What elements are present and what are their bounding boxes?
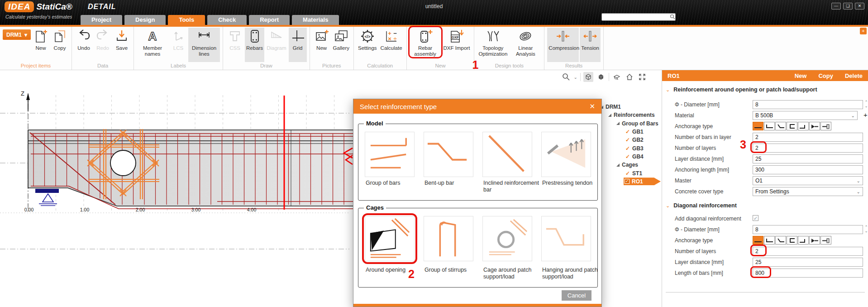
delete-reinforcement-button[interactable]: Delete [845,72,863,79]
wireframe-view-button[interactable] [583,72,593,82]
checkbox-checked-icon[interactable]: ✓ [625,129,630,135]
card-inclined-bar[interactable] [482,132,532,177]
compression-button[interactable]: Compression [547,28,579,62]
tab-report[interactable]: Report [249,15,290,25]
number-of-layers-input[interactable] [753,144,863,153]
add-diagonal-checkbox[interactable]: ✓ [753,215,758,221]
anchorage-welded-plate-button[interactable] [809,122,820,130]
anchoring-length-input[interactable] [753,165,863,174]
anchorage-welded-plate-button[interactable] [809,236,820,245]
tension-button[interactable]: Tension [580,28,601,62]
cancel-button[interactable]: Cancel [562,290,591,301]
copy-reinforcement-button[interactable]: Copy [818,72,833,79]
material-select[interactable]: B 500B ⌄ [753,111,858,120]
tree-expander-icon[interactable] [608,114,611,117]
anchorage-loop-button[interactable] [787,236,797,245]
bars-in-layer-input[interactable] [753,133,863,142]
anchorage-foot-button[interactable] [798,122,809,130]
section-view-button[interactable] [612,72,622,82]
concrete-cover-select[interactable]: From Settings ⌄ [753,187,863,196]
bar-length-input[interactable] [753,269,863,278]
card-hanging-around-patch[interactable] [541,216,591,261]
tree-item-group-of-bars[interactable]: Group of Bars [622,120,658,127]
card-bent-up-bar[interactable] [424,132,473,177]
opening-circle[interactable] [110,150,136,176]
grid-button[interactable]: Grid [289,28,307,62]
anchorage-straight-button[interactable] [753,122,763,130]
restore-button[interactable]: ❏ [843,3,853,10]
tree-expander-icon[interactable] [616,163,620,167]
add-material-button[interactable]: + [863,111,868,119]
close-button[interactable]: ✕ [855,3,864,10]
card-cage-around-patch[interactable] [482,216,532,261]
dialog-title-bar[interactable]: Select reinforcement type ✕ [353,99,601,114]
tree-expander-icon[interactable] [616,122,620,125]
layer-distance-input[interactable] [753,154,863,163]
checkbox-checked-icon[interactable]: ✓ [625,154,630,160]
tree-item-gb3[interactable]: GB3 [632,145,644,152]
tree-item-gb2[interactable]: GB2 [632,137,644,143]
tree-item-st1[interactable]: ST1 [632,170,642,177]
tree-item-reinforcements[interactable]: Reinforcements [614,112,655,118]
linear-analysis-button[interactable]: Linear Analysis [510,28,541,58]
undo-button[interactable]: Undo [75,28,93,52]
zoom-tool-button[interactable] [561,72,571,82]
anchorage-foot-button[interactable] [798,236,809,245]
anchorage-end-plate-button[interactable] [820,236,831,245]
calculate-button[interactable]: +−×÷ Calculate [379,28,404,52]
tree-item-cages[interactable]: Cages [622,162,638,168]
checkbox-checked-icon[interactable]: ✓ [625,170,630,177]
anchorage-bend-button[interactable] [764,122,775,130]
ribbon-corner-button[interactable]: + [860,28,867,34]
zoom-dropdown-icon[interactable]: ⌄ [574,75,577,80]
topology-optimization-button[interactable]: Topology Optimization [477,28,509,58]
card-prestressing-tendon[interactable] [541,132,591,177]
fit-view-button[interactable] [637,72,647,82]
card-around-opening[interactable] [365,216,415,261]
new-picture-button[interactable]: New [313,28,331,52]
anchorage-hook-button[interactable] [775,236,786,245]
new-project-item-button[interactable]: New [32,28,50,52]
rebar-assembly-button[interactable]: Rebar assembly [410,28,441,58]
diagonal-diameter-input[interactable] [753,225,863,234]
anchorage-loop-button[interactable] [787,122,797,130]
diameter-input[interactable] [753,100,863,109]
new-reinforcement-button[interactable]: New [795,72,807,79]
tree-item-drm1[interactable]: DRM1 [606,104,621,110]
tab-project[interactable]: Project [81,15,122,25]
home-view-button[interactable] [625,72,634,82]
tab-materials[interactable]: Materials [292,15,339,25]
tab-check[interactable]: Check [207,15,247,25]
gallery-button[interactable]: Gallery [332,28,351,52]
tab-tools[interactable]: Tools [168,15,205,25]
card-group-of-bars[interactable] [365,132,415,177]
member-names-button[interactable]: A Member names [137,28,168,58]
anchorage-end-plate-button[interactable] [820,122,831,130]
drm1-dropdown[interactable]: DRM1 ▾ [3,29,31,40]
checkbox-checked-icon[interactable]: ✓ [625,179,630,184]
master-select[interactable]: O1 ⌄ [753,176,863,185]
minimize-button[interactable]: — [831,3,841,10]
spinner-control[interactable]: ⌃⌄ [864,100,868,108]
dxf-import-button[interactable]: DXF DXF Import [442,28,472,52]
dialog-close-icon[interactable]: ✕ [589,102,595,110]
solid-view-button[interactable] [596,72,606,82]
copy-project-item-button[interactable]: Copy [51,28,69,52]
anchorage-straight-button[interactable] [753,236,763,245]
tab-design[interactable]: Design [124,15,166,25]
tree-item-gb1[interactable]: GB1 [632,129,644,135]
settings-button[interactable]: </> Settings [357,28,378,52]
section-header-diagonal[interactable]: ⌄ Diagonal reinforcement [666,202,737,209]
search-input[interactable] [602,14,670,20]
diagonal-layers-input[interactable] [753,247,863,256]
card-group-of-stirrups[interactable] [424,216,473,261]
tree-item-ro1-selected[interactable]: ✓ RO1 [624,177,661,185]
rebars-button[interactable]: Rebars [245,28,264,62]
checkbox-checked-icon[interactable]: ✓ [625,137,630,143]
anchorage-bend-button[interactable] [764,236,775,245]
checkbox-checked-icon[interactable]: ✓ [625,145,630,152]
search-box[interactable] [601,13,676,21]
anchorage-hook-button[interactable] [775,122,786,130]
section-header-opening[interactable]: ⌄ Reinforcement around opening or patch … [666,86,817,93]
save-button[interactable]: Save [113,28,131,52]
